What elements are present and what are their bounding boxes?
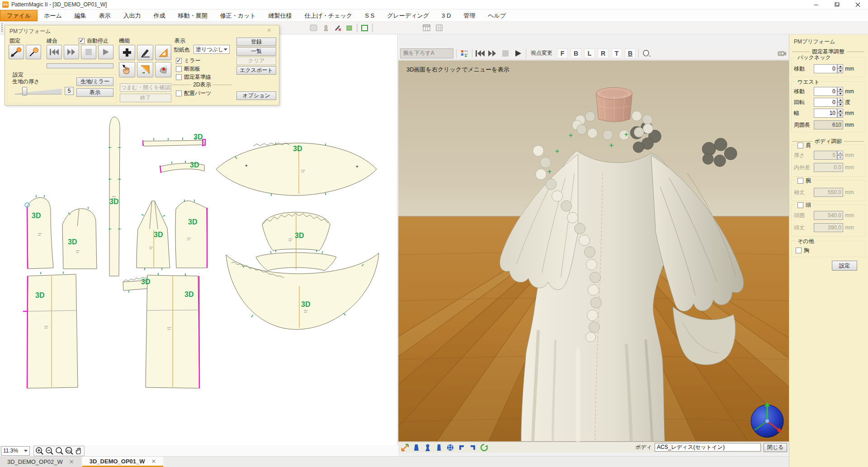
zoom-level-combo[interactable]: 11.3% [1,446,30,456]
waist-width-input[interactable] [814,109,837,118]
menu-manage[interactable]: 管理 [457,10,481,21]
menu-grading[interactable]: グレーディング [381,10,435,21]
section-board-checkbox-box[interactable] [176,66,182,72]
head-checkbox[interactable] [797,202,803,208]
waist-rotate-spinner[interactable] [837,98,843,107]
draw-line-button[interactable] [137,45,153,60]
projector-icon[interactable] [777,48,787,58]
waist-move-spinner[interactable] [837,87,843,96]
menu-ss[interactable]: S S [359,10,381,21]
option-button[interactable]: オプション [236,91,276,100]
register-button[interactable]: 登録 [236,38,276,46]
pattern-piece-bodice-a[interactable] [25,195,53,269]
waist-move-input[interactable] [814,87,837,96]
sim-fast-forward-button[interactable] [488,48,498,58]
menu-move-expand[interactable]: 移動・展開 [172,10,214,21]
list-button[interactable]: 一覧 [236,47,276,56]
confirm-pinch-open-button[interactable]: つまむ・開くを確認 [120,83,171,92]
zoom-window-icon[interactable] [55,447,64,455]
mirror-checkbox-box[interactable] [176,58,182,64]
globe-grid-icon[interactable] [445,443,455,453]
placed-parts-checkbox[interactable]: 配置パーツ [176,90,212,97]
ruler-button[interactable] [155,45,171,60]
fixed-baseline-checkbox[interactable]: 固定基準線 [176,73,211,81]
sim-play-button[interactable] [513,48,523,58]
green-chip-icon[interactable] [345,24,354,33]
arm-down-button[interactable]: 腕を下ろすA [400,48,453,58]
mirror-checkbox[interactable]: ミラー [176,57,201,65]
tab-3d-demo-op01[interactable]: 3D_DEMO_OP01_W ✕ [82,457,164,467]
chest-checkbox-row[interactable]: 胸 [796,247,809,254]
shoulder-checkbox[interactable] [797,143,803,148]
view-right-button[interactable]: R [598,48,609,58]
arm-checkbox[interactable] [797,178,803,184]
palette-close-icon[interactable]: ✕ [265,27,273,34]
zoom-in-icon[interactable] [35,447,44,455]
tab-3d-demo-op02[interactable]: 3D_DEMO_OP02_W ✕ [0,457,81,467]
sim-skip-start-button[interactable] [475,48,485,58]
animation-list-icon[interactable] [459,48,469,58]
export-button[interactable]: エクスポート [236,66,276,75]
menu-3d[interactable]: 3 D [435,10,457,21]
pan-hand-icon[interactable] [75,447,83,455]
menu-view[interactable]: 表示 [93,10,117,21]
fold-button[interactable] [137,62,153,77]
zoom-all-icon[interactable]: ALL [65,447,74,455]
menu-help[interactable]: ヘルプ [481,10,512,21]
table-tool-icon[interactable] [422,24,431,33]
sew-play-button[interactable] [98,45,113,59]
press-pin-button[interactable] [155,62,171,77]
grid-tool-icon[interactable] [435,24,444,33]
fabric-thickness-slider-thumb[interactable] [22,87,27,95]
fabric-mirror-button[interactable]: 生地/ミラー [76,77,113,86]
end-button[interactable]: 終了 [120,94,171,102]
light-icon[interactable] [642,48,651,58]
menu-edit[interactable]: 編集 [68,10,93,21]
backneck-move-input[interactable] [814,64,837,73]
close-3d-button[interactable]: 閉じる [764,443,787,452]
view-left-button[interactable]: L [584,48,595,58]
auto-stop-checkbox[interactable]: 自動停止 [79,37,108,45]
clear-button[interactable]: クリア [236,57,276,65]
resize-icon[interactable] [400,443,410,453]
menu-file[interactable]: ファイル [0,10,38,21]
panel-settings-button[interactable]: 設定 [832,261,857,271]
add-point-button[interactable] [119,45,135,60]
tab-close-icon[interactable]: ✕ [69,458,74,465]
scene-3d-viewport[interactable]: 3D画面を右クリックでメニューを表示 [398,60,789,442]
pattern-piece-band[interactable] [108,117,121,276]
pattern-color-dropdown[interactable]: 塗りつぶし [193,45,230,54]
pinch-hand-button[interactable] [119,62,135,77]
section-board-checkbox[interactable]: 断面板 [176,65,200,73]
view-front-button[interactable]: F [557,48,568,58]
body-form-icon[interactable] [423,443,433,453]
minimize-button[interactable] [806,0,826,10]
zoom-out-icon[interactable] [45,447,54,455]
pattern-piece-bodice-c[interactable] [137,201,170,270]
tab-close-icon[interactable]: ✕ [151,458,156,465]
edit-delete-icon[interactable] [333,24,342,33]
waist-rotate-input[interactable] [814,98,837,107]
waist-width-spinner[interactable] [837,109,843,118]
sew-fast-forward-button[interactable] [64,45,79,59]
pin-single-button[interactable] [26,45,41,59]
pattern-front-icon[interactable] [411,443,421,453]
sim-stop-button[interactable] [500,48,510,58]
disabled-tool-icon[interactable] [309,24,318,33]
show-button[interactable]: 表示 [76,88,113,97]
pin-fix-button[interactable] [9,45,24,59]
menu-home[interactable]: ホーム [38,10,68,21]
pattern-piece-hat-crown[interactable] [256,212,336,271]
pattern-piece-skirt-left[interactable] [23,272,78,388]
maximize-button[interactable] [826,0,847,10]
menu-modify-cut[interactable]: 修正・カット [214,10,262,21]
sew-skip-start-button[interactable] [47,45,62,59]
menu-io[interactable]: 入出力 [117,10,147,21]
auto-stop-checkbox-box[interactable] [79,38,85,44]
body-input[interactable] [655,443,761,452]
pattern-back-icon[interactable] [434,443,444,453]
refresh-icon[interactable] [479,443,489,453]
fixed-baseline-checkbox-box[interactable] [176,74,182,80]
placed-parts-checkbox-box[interactable] [176,91,182,96]
view-bottom-button[interactable]: B [625,48,636,58]
